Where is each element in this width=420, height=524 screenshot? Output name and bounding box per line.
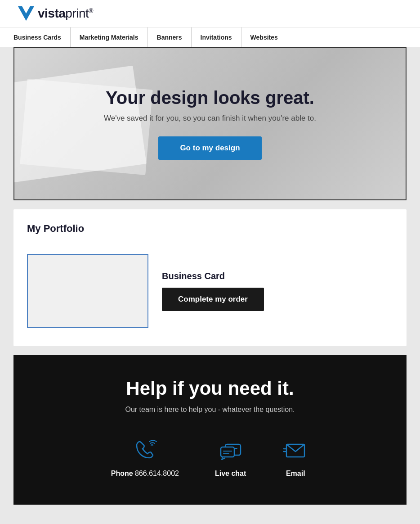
portfolio-title: My Portfolio bbox=[27, 223, 393, 235]
help-option-email[interactable]: Email bbox=[282, 436, 309, 478]
email-label: Email bbox=[286, 470, 305, 478]
hero-banner: Your design looks great. We've saved it … bbox=[13, 47, 407, 200]
nav-item-marketing-materials[interactable]: Marketing Materials bbox=[71, 27, 148, 47]
phone-label: Phone 866.614.8002 bbox=[111, 470, 179, 478]
help-title: Help if you need it. bbox=[27, 378, 393, 399]
portfolio-divider bbox=[27, 242, 393, 242]
card-info: Business Card Complete my order bbox=[162, 271, 264, 311]
livechat-label: Live chat bbox=[215, 470, 246, 478]
hero-title: Your design looks great. bbox=[104, 88, 316, 108]
brand-name: vistaprint® bbox=[38, 6, 93, 21]
phone-icon bbox=[131, 436, 158, 463]
card-type-label: Business Card bbox=[162, 271, 264, 281]
help-section: Help if you need it. Our team is here to… bbox=[13, 355, 407, 505]
portfolio-item: Business Card Complete my order bbox=[27, 254, 393, 328]
nav-item-invitations[interactable]: Invitations bbox=[192, 27, 241, 47]
portfolio-section: My Portfolio Business Card Complete my o… bbox=[13, 209, 407, 346]
go-to-design-button[interactable]: Go to my design bbox=[158, 136, 261, 160]
logo[interactable]: vistaprint® bbox=[18, 6, 93, 21]
nav-item-business-cards[interactable]: Business Cards bbox=[13, 27, 71, 47]
nav-item-banners[interactable]: Banners bbox=[148, 27, 192, 47]
complete-order-button[interactable]: Complete my order bbox=[162, 288, 264, 311]
main-nav: Business Cards Marketing Materials Banne… bbox=[0, 27, 420, 47]
hero-subtitle: We've saved it for you, so you can finis… bbox=[104, 114, 316, 123]
help-option-phone[interactable]: Phone 866.614.8002 bbox=[111, 436, 179, 478]
email-icon bbox=[282, 436, 309, 463]
card-preview-thumbnail bbox=[27, 254, 148, 328]
nav-item-websites[interactable]: Websites bbox=[241, 27, 287, 47]
chat-icon bbox=[217, 436, 244, 463]
help-subtitle: Our team is here to help you - whatever … bbox=[27, 406, 393, 414]
help-options: Phone 866.614.8002 Live chat bbox=[27, 436, 393, 478]
help-option-livechat[interactable]: Live chat bbox=[215, 436, 246, 478]
header: vistaprint® bbox=[0, 0, 420, 27]
hero-content: Your design looks great. We've saved it … bbox=[104, 88, 316, 160]
vistaprint-logo-icon bbox=[18, 6, 34, 21]
svg-rect-6 bbox=[221, 447, 234, 457]
